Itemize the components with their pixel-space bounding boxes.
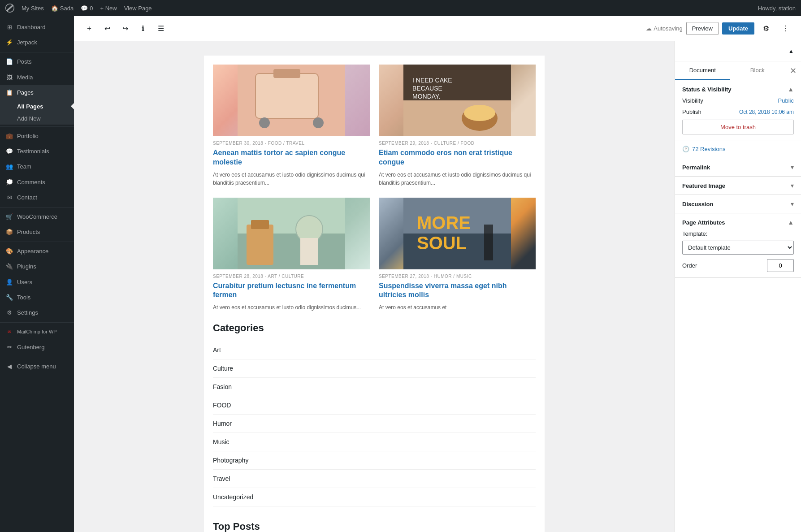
close-panel-button[interactable]: ✕ [785,63,801,79]
post-card-4: MORE SOUL September 27, 2018 - Humor / M… [379,198,536,312]
order-input[interactable] [767,259,794,272]
comments-button[interactable]: 💬 0 [81,5,93,12]
info-button[interactable]: ℹ [135,21,151,37]
redo-button[interactable]: ↪ [117,21,133,37]
permalink-header[interactable]: Permalink ▾ [682,164,794,171]
post-card-3: September 28, 2018 - Art / Culture Curab… [213,198,370,312]
sidebar-item-portfolio[interactable]: 💼 Portfolio [0,129,74,144]
add-block-button[interactable]: ＋ [81,21,97,37]
post-meta-3: September 28, 2018 - Art / Culture [213,274,370,279]
svg-rect-14 [247,225,273,265]
post-title-1[interactable]: Aenean mattis tortor ac sapien congue mo… [213,148,370,167]
category-travel[interactable]: Travel [213,470,536,488]
products-icon: 📦 [5,228,13,236]
sidebar-item-posts[interactable]: 📄 Posts [0,54,74,69]
list-view-icon: ☰ [158,24,164,33]
preview-button[interactable]: Preview [686,22,719,35]
category-food[interactable]: FOOD [213,396,536,415]
settings-gear-button[interactable]: ⚙ [758,21,774,37]
contact-icon: ✉ [5,194,13,202]
category-music[interactable]: Music [213,433,536,451]
more-options-button[interactable]: ⋮ [778,21,794,37]
wp-logo-icon [5,4,14,13]
sidebar-item-collapse[interactable]: ◀ Collapse menu [0,359,74,374]
sidebar-item-gutenberg[interactable]: ✏ Gutenberg [0,340,74,355]
sidebar-item-contact[interactable]: ✉ Contact [0,190,74,205]
sidebar-item-comments[interactable]: 💭 Comments [0,175,74,190]
my-sites-button[interactable]: My Sites [22,5,44,12]
publish-value[interactable]: Oct 28, 2018 10:06 am [739,109,794,115]
view-page-button[interactable]: View Page [124,5,152,12]
posts-row-2: September 28, 2018 - Art / Culture Curab… [213,198,536,312]
post-excerpt-3: At vero eos et accusamus et iusto odio d… [213,303,370,311]
sidebar-item-appearance[interactable]: 🎨 Appearance [0,244,74,259]
post-image-1 [213,65,370,136]
users-icon: 👤 [5,278,13,286]
collapse-panel-button[interactable]: ▲ [783,43,799,59]
category-uncategorized[interactable]: Uncategorized [213,488,536,506]
category-culture[interactable]: Culture [213,359,536,378]
post-title-3[interactable]: Curabitur pretium lectusnc ine fermentum… [213,281,370,300]
page-attributes-header[interactable]: Page Attributes ▲ [682,219,794,226]
discussion-header[interactable]: Discussion ▾ [682,200,794,208]
admin-bar: My Sites 🏠 Sada 💬 0 + New View Page Howd… [0,0,801,16]
sidebar-item-team[interactable]: 👥 Team [0,159,74,174]
visibility-value[interactable]: Public [778,97,794,104]
tab-block[interactable]: Block [730,61,785,80]
sidebar-item-dashboard[interactable]: ⊞ Dashboard [0,20,74,35]
sidebar-item-jetpack[interactable]: ⚡ Jetpack [0,35,74,50]
category-photography[interactable]: Photography [213,451,536,470]
sidebar-item-woocommerce[interactable]: 🛒 WooCommerce [0,209,74,225]
update-button[interactable]: Update [722,22,754,35]
status-visibility-header[interactable]: Status & Visibility ▲ [682,86,794,93]
post-title-4[interactable]: Suspendisse viverra massa eget nibh ultr… [379,281,536,300]
gear-icon: ⚙ [763,24,769,33]
cloud-icon: ☁ [646,25,652,32]
testimonials-icon: 💬 [5,147,13,156]
category-fasion[interactable]: Fasion [213,378,536,396]
sidebar-subitem-all-pages[interactable]: All Pages [0,100,74,112]
soul-illustration: MORE SOUL [379,198,536,269]
collapse-icon: ◀ [5,363,13,371]
wp-logo-button[interactable] [5,4,14,13]
redo-icon: ↪ [122,24,128,33]
category-art[interactable]: Art [213,341,536,359]
post-title-2[interactable]: Etiam commodo eros non erat tristique co… [379,148,536,167]
tab-document[interactable]: Document [675,61,730,80]
sidebar-item-mailchimp[interactable]: ✉ MailChimp for WP [0,324,74,340]
template-select[interactable]: Default template [682,241,794,255]
sidebar-item-products[interactable]: 📦 Products [0,225,74,240]
sidebar-item-pages[interactable]: 📋 Pages [0,85,74,100]
sidebar-item-testimonials[interactable]: 💬 Testimonials [0,144,74,159]
settings-icon: ⚙ [5,309,13,317]
plugins-icon: 🔌 [5,263,13,271]
category-humor[interactable]: Humor [213,415,536,433]
right-panel: ▲ Document Block ✕ Status & Visibility ▲… [675,41,801,532]
post-excerpt-4: At vero eos et accusamus et [379,303,536,311]
sidebar-item-tools[interactable]: 🔧 Tools [0,290,74,305]
team-icon: 👥 [5,163,13,171]
svg-rect-1 [255,74,318,118]
sidebar-item-plugins[interactable]: 🔌 Plugins [0,259,74,274]
block-editor-toolbar: ＋ ↩ ↪ ℹ ☰ ☁ Autosaving Preview Update [74,16,801,41]
svg-text:MORE: MORE [417,213,471,233]
undo-button[interactable]: ↩ [99,21,115,37]
list-view-button[interactable]: ☰ [153,21,169,37]
top-posts-title: Top Posts [213,521,536,532]
mailchimp-icon: ✉ [5,328,13,336]
discussion-title: Discussion [682,201,713,208]
featured-image-section: Featured Image ▾ [675,177,801,195]
move-to-trash-button[interactable]: Move to trash [682,120,794,134]
visibility-label: Visibility [682,97,703,104]
sidebar-item-settings[interactable]: ⚙ Settings [0,305,74,320]
sidebar-item-media[interactable]: 🖼 Media [0,70,74,85]
sidebar-subitem-add-new[interactable]: Add New [0,112,74,125]
site-name-button[interactable]: 🏠 Sada [51,5,74,12]
order-label: Order [682,262,697,269]
revisions-button[interactable]: 🕐 72 Revisions [675,140,801,158]
sidebar-item-users[interactable]: 👤 Users [0,275,74,290]
post-meta-1: September 30, 2018 - Food / Travel [213,141,370,146]
new-content-button[interactable]: + New [100,5,117,12]
post-image-2: I NEED CAKE BECAUSE MONDAY. [379,65,536,136]
featured-image-header[interactable]: Featured Image ▾ [682,182,794,189]
